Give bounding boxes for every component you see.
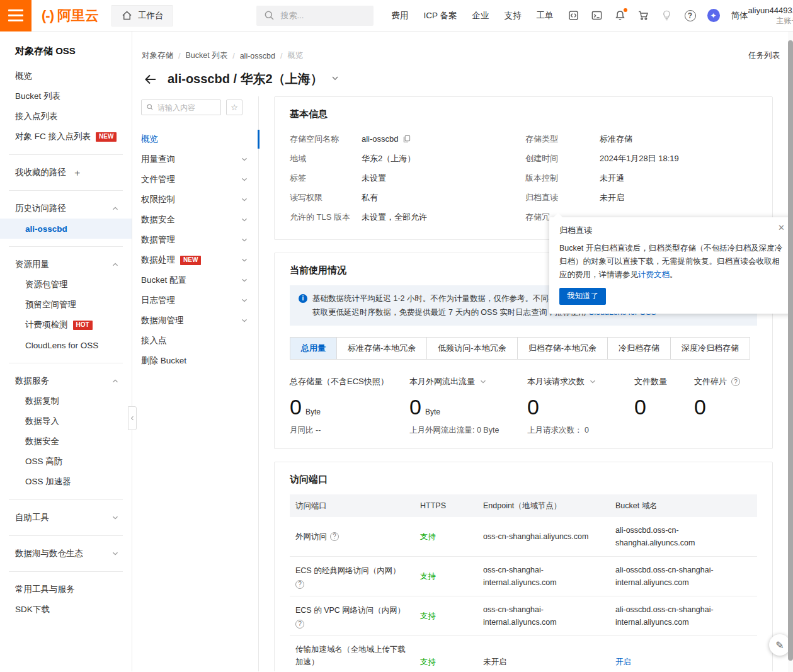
tab-archive-lrs[interactable]: 归档存储-本地冗余 xyxy=(517,338,607,359)
back-arrow-icon[interactable] xyxy=(143,72,158,87)
help-icon[interactable]: ? xyxy=(684,9,697,22)
chevron-down-icon xyxy=(241,297,248,304)
menu-icon[interactable] xyxy=(0,0,31,31)
bucket-menu-delete-bucket[interactable]: 删除 Bucket xyxy=(141,351,258,371)
divider xyxy=(9,363,123,363)
new-badge: NEW xyxy=(180,256,201,265)
sidebar-item-oss-accelerator[interactable]: OSS 加速器 xyxy=(0,472,132,492)
tab-deep-cold-archive[interactable]: 深度冷归档存储 xyxy=(670,338,750,359)
nav-tickets[interactable]: 工单 xyxy=(537,10,554,21)
workbench-button[interactable]: 工作台 xyxy=(111,5,173,26)
usage-tabs: 总用量 标准存储-本地冗余 低频访问-本地冗余 归档存储-本地冗余 冷归档存储 … xyxy=(290,337,750,360)
language-switch[interactable]: 简体 xyxy=(731,10,748,21)
sidebar-group-self-service-tools[interactable]: 自助工具 xyxy=(0,508,132,528)
breadcrumb-separator: / xyxy=(280,52,282,60)
nav-enterprise[interactable]: 企业 xyxy=(472,10,489,21)
bucket-menu-datalake-management[interactable]: 数据湖管理 xyxy=(141,310,258,331)
sidebar-item-sdk-download[interactable]: SDK下载 xyxy=(0,600,132,620)
breadcrumb-bucket[interactable]: ali-osscbd xyxy=(240,52,275,60)
breadcrumb-oss[interactable]: 对象存储 xyxy=(142,50,173,61)
tab-total-usage[interactable]: 总用量 xyxy=(290,338,336,359)
nav-billing[interactable]: 费用 xyxy=(391,10,408,21)
info-icon: i xyxy=(299,294,307,303)
sidebar-item-fc-access-points[interactable]: 对象 FC 接入点列表NEW xyxy=(0,127,132,147)
oss-sidebar: 对象存储 OSS 概览 Bucket 列表 接入点列表 对象 FC 接入点列表N… xyxy=(0,31,132,671)
sidebar-group-history[interactable]: 历史访问路径 xyxy=(0,198,132,219)
workbench-label: 工作台 xyxy=(138,10,164,21)
nav-support[interactable]: 支持 xyxy=(505,10,522,21)
sidebar-group-data-services[interactable]: 数据服务 xyxy=(0,371,132,391)
bucket-menu-search[interactable] xyxy=(141,100,221,115)
favorite-star-button[interactable]: ☆ xyxy=(226,100,242,115)
table-row-ecs-classic: ECS 的经典网络访问（内网）? 支持 oss-cn-shanghai-inte… xyxy=(290,557,757,596)
bucket-menu-data-management[interactable]: 数据管理 xyxy=(141,230,258,250)
page-title: ali-osscbd / 华东2（上海） xyxy=(168,71,323,88)
sidebar-collapse-handle[interactable] xyxy=(128,406,137,430)
close-icon[interactable]: ✕ xyxy=(778,224,785,232)
bucket-menu-file-management[interactable]: 文件管理 xyxy=(141,169,258,190)
cart-icon[interactable] xyxy=(637,9,650,22)
chevron-down-icon xyxy=(241,256,248,264)
scrollbar-thumb[interactable] xyxy=(788,40,793,661)
chevron-down-icon[interactable] xyxy=(479,378,487,385)
nav-icp[interactable]: ICP 备案 xyxy=(423,10,457,21)
bucket-menu-permission-control[interactable]: 权限控制 xyxy=(141,190,258,210)
new-badge: NEW xyxy=(96,132,117,142)
help-icon[interactable]: ? xyxy=(330,532,339,541)
bucket-switcher-chevron-icon[interactable] xyxy=(331,74,339,85)
bucket-menu-search-input[interactable] xyxy=(157,103,214,112)
ports-card: 访问端口 访问端口 HTTPS Endpoint（地域节点） Bucket 域名… xyxy=(274,462,773,671)
global-search-input[interactable] xyxy=(280,11,362,20)
bucket-menu-data-security[interactable]: 数据安全 xyxy=(141,210,258,230)
sidebar-item-data-import[interactable]: 数据导入 xyxy=(0,411,132,431)
field-bucket-name: 存储空间名称 ali-osscbd xyxy=(290,129,525,149)
sidebar-item-resource-packages[interactable]: 资源包管理 xyxy=(0,275,132,295)
tab-standard-lrs[interactable]: 标准存储-本地冗余 xyxy=(336,338,426,359)
chevron-down-icon[interactable] xyxy=(589,378,596,385)
sidebar-item-reserved-capacity[interactable]: 预留空间管理 xyxy=(0,295,132,315)
popover-body: Bucket 开启归档直读后，归档类型存储（不包括冷归档及深度冷归档）的对象可以… xyxy=(559,242,783,282)
bucket-menu-log-management[interactable]: 日志管理 xyxy=(141,290,258,310)
task-list-link[interactable]: 任务列表 xyxy=(748,50,780,61)
sidebar-item-oss-antiddos[interactable]: OSS 高防 xyxy=(0,452,132,472)
tab-cold-archive[interactable]: 冷归档存储 xyxy=(607,338,670,359)
feedback-edit-button[interactable]: ✎ xyxy=(769,634,790,656)
console-icon[interactable] xyxy=(591,9,603,22)
sidebar-item-billing-check[interactable]: 计费项检测HOT xyxy=(0,315,132,335)
account-menu[interactable]: aliyun44493... 主账号 xyxy=(748,5,793,26)
bucket-menu-access-point[interactable]: 接入点 xyxy=(141,331,258,351)
add-icon[interactable]: ＋ xyxy=(72,167,82,179)
chevron-down-icon xyxy=(111,550,119,557)
sidebar-item-overview[interactable]: 概览 xyxy=(0,66,132,86)
popover-confirm-button[interactable]: 我知道了 xyxy=(559,288,606,305)
aliyun-logo[interactable]: (-) 阿里云 xyxy=(42,6,99,25)
sidebar-item-data-replication[interactable]: 数据复制 xyxy=(0,391,132,411)
sidebar-item-data-security[interactable]: 数据安全 xyxy=(0,431,132,452)
enable-transfer-acceleration-link[interactable]: 开启 xyxy=(615,656,631,668)
sidebar-item-bucket-list[interactable]: Bucket 列表 xyxy=(0,86,132,106)
lightbulb-icon[interactable] xyxy=(661,9,673,22)
sidebar-item-favorite-paths[interactable]: 我收藏的路径＋ xyxy=(0,162,132,183)
sidebar-item-access-points[interactable]: 接入点列表 xyxy=(0,106,132,127)
sidebar-item-history-bucket[interactable]: ali-osscbd xyxy=(0,219,132,239)
bucket-menu-data-processing[interactable]: 数据处理NEW xyxy=(141,250,258,270)
notifications-bell-icon[interactable] xyxy=(614,9,627,22)
bucket-menu-usage-query[interactable]: 用量查询 xyxy=(141,149,258,169)
assistant-icon[interactable]: ✦ xyxy=(707,9,720,22)
help-icon[interactable]: ? xyxy=(731,377,740,386)
api-icon[interactable] xyxy=(568,9,580,22)
breadcrumb-bucket-list[interactable]: Bucket 列表 xyxy=(185,50,227,61)
tab-ia-lrs[interactable]: 低频访问-本地冗余 xyxy=(426,338,516,359)
billing-doc-link[interactable]: 计费文档 xyxy=(638,270,670,279)
help-icon[interactable]: ? xyxy=(295,620,304,629)
global-search[interactable] xyxy=(256,6,374,26)
bucket-menu-bucket-config[interactable]: Bucket 配置 xyxy=(141,270,258,290)
bucket-menu-overview[interactable]: 概览 xyxy=(141,129,258,149)
help-icon[interactable]: ? xyxy=(295,580,304,589)
field-versioning: 版本控制未开通 xyxy=(525,168,757,188)
sidebar-item-cloudlens[interactable]: CloudLens for OSS xyxy=(0,335,132,355)
sidebar-group-resource-usage[interactable]: 资源用量 xyxy=(0,254,132,275)
sidebar-item-common-tools[interactable]: 常用工具与服务 xyxy=(0,579,132,600)
sidebar-group-datalake[interactable]: 数据湖与数仓生态 xyxy=(0,544,132,564)
copy-icon[interactable] xyxy=(402,135,411,143)
